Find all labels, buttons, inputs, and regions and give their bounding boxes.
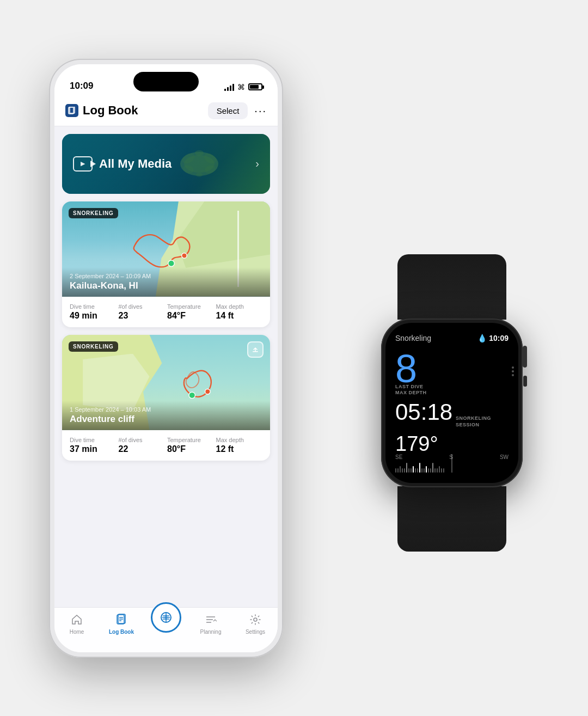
watch-activity: Snorkeling xyxy=(395,333,431,342)
tab-planning[interactable]: Planning xyxy=(188,612,233,635)
app-content: Log Book Select ··· xyxy=(54,96,278,652)
tab-planning-label: Planning xyxy=(200,629,222,635)
watch-time: 10:09 xyxy=(489,333,509,342)
dynamic-island xyxy=(133,72,199,91)
compass-se: SE xyxy=(395,454,402,460)
iphone-device: 10:09 ⌘ xyxy=(49,59,283,658)
media-chevron-icon: › xyxy=(255,157,259,170)
battery-icon xyxy=(248,83,262,90)
tab-logbook-label: Log Book xyxy=(109,629,134,635)
dive-stat-2-2: Temperature 80°F xyxy=(167,437,214,454)
dive-map-2: SNORKELING 1 September 2024 – 10:03 AM A… xyxy=(62,335,270,430)
watch-header: Snorkeling 💧 10:09 xyxy=(395,333,509,342)
dive-stat-2-3: Max depth 12 ft xyxy=(216,437,263,454)
svg-rect-14 xyxy=(253,351,258,352)
tab-settings[interactable]: Settings xyxy=(233,612,278,635)
tab-logbook[interactable]: Log Book xyxy=(99,612,144,635)
nav-title-wrap: Log Book xyxy=(65,103,138,118)
all-my-media-card[interactable]: ▶ All My Media › xyxy=(62,134,270,194)
compass-degrees: 179° xyxy=(395,433,509,454)
last-dive-section: 8 LAST DIVE MAX DEPTH xyxy=(395,348,509,396)
compass-wrap: 179° SE S SW xyxy=(395,433,509,473)
tab-home-label: Home xyxy=(70,629,84,635)
dive-stat-2-1: #of dives 22 xyxy=(119,437,166,454)
dive-location-2: Adventure cliff xyxy=(70,414,262,425)
svg-point-9 xyxy=(196,173,203,177)
watch-screen: Snorkeling 💧 10:09 8 LAST DIVE xyxy=(385,322,518,482)
dive-date-2: 1 September 2024 – 10:03 AM xyxy=(70,406,262,413)
logbook-icon xyxy=(65,104,78,117)
dive-stats-1: Dive time 49 min #of dives 23 Temperatur… xyxy=(62,297,270,327)
last-dive-label: LAST DIVE xyxy=(395,383,509,390)
planning-icon xyxy=(203,612,218,627)
watch-dots xyxy=(512,366,514,376)
dive-stat-1-0: Dive time 49 min xyxy=(70,303,117,321)
logbook-tab-icon xyxy=(114,612,129,627)
upload-icon xyxy=(247,341,264,358)
svg-point-28 xyxy=(254,618,257,621)
media-card-content: ▶ All My Media › xyxy=(62,156,270,172)
scroll-content: ▶ All My Media › xyxy=(54,126,278,504)
snorkeling-badge-2: SNORKELING xyxy=(69,341,118,352)
snorkeling-badge-1: SNORKELING xyxy=(69,208,118,218)
scene: 10:09 ⌘ xyxy=(49,32,539,685)
dive-stat-1-3: Max depth 14 ft xyxy=(216,303,263,321)
settings-icon xyxy=(248,612,263,627)
svg-point-8 xyxy=(195,150,204,156)
dive-overlay-2: 1 September 2024 – 10:03 AM Adventure cl… xyxy=(62,401,270,430)
dive-location-1: Kailua-Kona, HI xyxy=(70,280,262,291)
dive-stat-2-0: Dive time 37 min xyxy=(70,437,117,454)
status-icons: ⌘ xyxy=(224,83,262,91)
last-dive-sublabel: MAX DEPTH xyxy=(395,390,509,396)
watch-side-button xyxy=(523,375,527,386)
page-title: Log Book xyxy=(83,103,138,118)
dive-card-1[interactable]: SNORKELING 2 September 2024 – 10:09 AM K… xyxy=(62,201,270,327)
svg-point-11 xyxy=(182,253,187,258)
apple-watch: Snorkeling 💧 10:09 8 LAST DIVE xyxy=(365,254,539,551)
status-time: 10:09 xyxy=(70,81,93,91)
compass-sw: SW xyxy=(500,454,509,460)
session-time: 05:18 xyxy=(395,401,452,424)
select-button[interactable]: Select xyxy=(208,102,248,119)
dive-date-1: 2 September 2024 – 10:09 AM xyxy=(70,273,262,279)
dive-stat-1-2: Temperature 84°F xyxy=(167,303,214,321)
svg-point-12 xyxy=(189,392,195,398)
media-icon: ▶ xyxy=(73,156,93,172)
nav-actions: Select ··· xyxy=(208,102,267,119)
tab-settings-label: Settings xyxy=(246,629,265,635)
tab-home[interactable]: Home xyxy=(54,612,99,635)
dive-stats-2: Dive time 37 min #of dives 22 Temperatur… xyxy=(62,430,270,461)
session-label-1: SNORKELING xyxy=(456,415,491,422)
watch-band-top xyxy=(397,254,506,319)
dive-center-icon xyxy=(151,602,181,633)
more-button[interactable]: ··· xyxy=(254,105,267,117)
dive-card-2[interactable]: SNORKELING 1 September 2024 – 10:03 AM A… xyxy=(62,335,270,461)
watch-band-bottom xyxy=(397,486,506,551)
nav-header: Log Book Select ··· xyxy=(54,96,278,126)
media-title: All My Media xyxy=(99,157,171,171)
tab-bar: Home Log Book xyxy=(54,607,278,652)
home-icon xyxy=(69,612,84,627)
watch-body: Snorkeling 💧 10:09 8 LAST DIVE xyxy=(381,318,523,487)
wifi-icon: ⌘ xyxy=(237,83,245,91)
session-wrap: 05:18 SNORKELING SESSION xyxy=(395,401,509,428)
dive-map-1: SNORKELING 2 September 2024 – 10:09 AM K… xyxy=(62,201,270,297)
dive-stat-1-1: #of dives 23 xyxy=(119,303,166,321)
water-drop-icon: 💧 xyxy=(477,333,487,342)
watch-crown xyxy=(523,345,527,367)
svg-point-13 xyxy=(205,389,211,394)
watch-time-wrap: 💧 10:09 xyxy=(477,333,509,342)
signal-icon xyxy=(224,83,234,91)
tab-dive-center[interactable] xyxy=(144,612,188,634)
dive-overlay-1: 2 September 2024 – 10:09 AM Kailua-Kona,… xyxy=(62,267,270,297)
session-label-2: SESSION xyxy=(456,421,491,428)
svg-point-10 xyxy=(168,260,174,266)
